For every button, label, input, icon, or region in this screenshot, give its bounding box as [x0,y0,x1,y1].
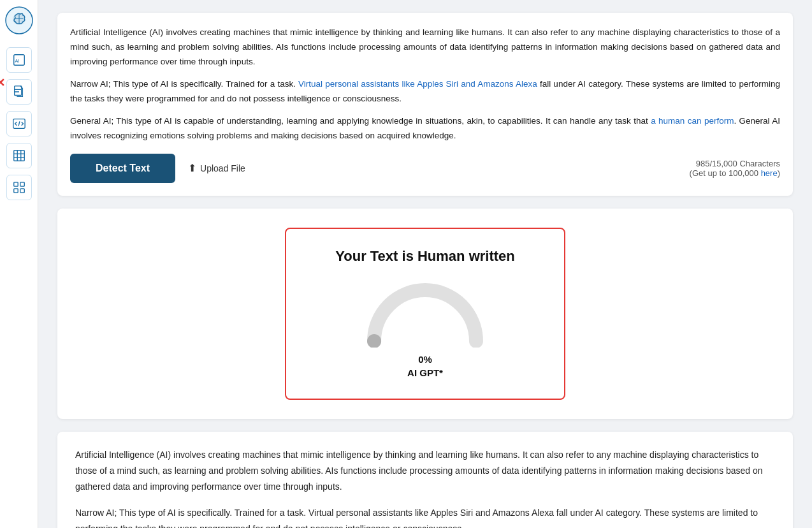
upload-file-button[interactable]: ⬆ Upload File [188,162,245,174]
gauge-chart [361,277,489,348]
actions-row: Detect Text ⬆ Upload File 985/15,000 Cha… [70,154,780,183]
input-paragraph-2: Narrow AI; This type of AI is specifical… [70,77,780,106]
svg-rect-8 [13,150,24,161]
char-count-text: 985/15,000 Characters [696,159,780,168]
detect-text-button[interactable]: Detect Text [70,154,175,183]
char-extra-text: (Get up to 100,000 [690,168,761,178]
svg-rect-16 [20,189,24,193]
output-text: Artificial Intelligence (AI) involves cr… [75,447,775,528]
sidebar-item-table[interactable] [6,143,32,168]
upload-icon: ⬆ [188,162,196,174]
sidebar-item-code[interactable] [6,111,32,136]
result-title: Your Text is Human written [335,248,515,265]
svg-rect-14 [20,182,24,186]
sidebar-item-apps[interactable] [6,175,32,200]
main-content: Artificial Intelligence (AI) involves cr… [38,0,812,528]
gauge-subtitle: AI GPT* [407,366,443,379]
sidebar: ✕ AI [0,0,38,528]
input-text: Artificial Intelligence (AI) involves cr… [70,26,780,143]
output-area: Artificial Intelligence (AI) involves cr… [57,432,793,528]
input-area: Artificial Intelligence (AI) involves cr… [57,13,793,196]
gauge-percentage: 0% [407,353,443,366]
output-paragraph-2: Narrow AI; This type of AI is specifical… [75,505,775,528]
svg-rect-13 [13,182,17,186]
result-area: Your Text is Human written 0% AI GPT* [57,209,793,419]
input-paragraph-1: Artificial Intelligence (AI) involves cr… [70,26,780,70]
svg-text:AI: AI [15,58,19,64]
sidebar-item-ai-text[interactable]: AI [6,47,32,73]
svg-rect-15 [13,189,17,193]
gauge-label: 0% AI GPT* [407,353,443,379]
upload-label: Upload File [200,163,245,173]
char-link[interactable]: here [761,168,778,178]
sidebar-item-document[interactable] [6,79,32,105]
char-end-text: ) [778,168,780,178]
char-count-display: 985/15,000 Characters (Get up to 100,000… [690,159,780,178]
input-paragraph-3: General AI; This type of AI is capable o… [70,114,780,143]
result-box: Your Text is Human written 0% AI GPT* [285,228,565,400]
app-logo[interactable] [5,6,33,34]
output-paragraph-1: Artificial Intelligence (AI) involves cr… [75,447,775,495]
svg-rect-6 [14,86,21,96]
close-button[interactable]: ✕ [0,77,6,89]
